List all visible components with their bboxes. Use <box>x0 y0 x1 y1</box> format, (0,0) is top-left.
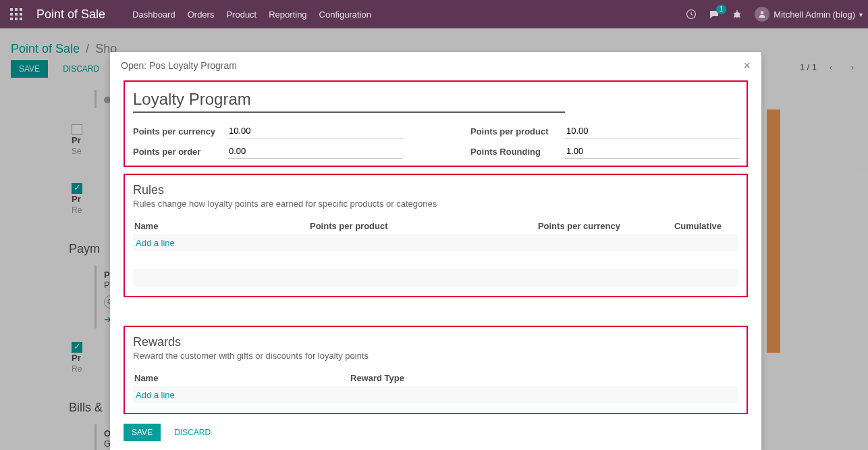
svg-rect-7 <box>15 18 18 20</box>
svg-rect-0 <box>10 8 13 11</box>
rewards-title: Rewards <box>133 335 738 349</box>
svg-rect-4 <box>15 13 18 16</box>
rewards-desc: Reward the customer with gifts or discou… <box>133 351 738 361</box>
dialog: Open: Pos Loyalty Program × Points per c… <box>110 52 761 450</box>
ppo-input[interactable] <box>227 144 403 159</box>
ppp-label: Points per product <box>470 126 565 136</box>
rules-th-name: Name <box>134 221 310 231</box>
rules-title: Rules <box>133 183 738 197</box>
rules-th-cumulative: Cumulative <box>620 221 722 231</box>
svg-rect-8 <box>20 18 22 20</box>
dialog-save-button[interactable]: SAVE <box>124 424 161 441</box>
program-name-input[interactable] <box>133 87 565 113</box>
nav-reporting[interactable]: Reporting <box>269 9 306 20</box>
rewards-th-type: Reward Type <box>350 373 728 383</box>
rules-section: Rules Rules change how loyalty points ar… <box>124 174 748 297</box>
svg-point-10 <box>734 12 740 18</box>
close-icon[interactable]: × <box>743 61 751 70</box>
pr-input[interactable] <box>565 144 740 159</box>
nav-configuration[interactable]: Configuration <box>319 9 371 20</box>
dialog-title: Open: Pos Loyalty Program <box>121 60 237 71</box>
rewards-table: Name Reward Type Add a line <box>133 370 738 403</box>
topbar: Point of Sale Dashboard Orders Product R… <box>0 0 868 28</box>
rewards-th-name: Name <box>134 373 350 383</box>
dialog-discard-button[interactable]: DISCARD <box>166 424 219 441</box>
nav-dashboard[interactable]: Dashboard <box>132 9 175 20</box>
app-title[interactable]: Point of Sale <box>36 7 105 22</box>
pr-label: Points Rounding <box>470 147 565 157</box>
svg-rect-1 <box>15 8 18 11</box>
nav-links: Dashboard Orders Product Reporting Confi… <box>132 9 371 20</box>
svg-rect-3 <box>10 13 13 16</box>
apps-icon[interactable] <box>5 3 27 25</box>
user-label: Mitchell Admin (blog) <box>774 9 855 20</box>
ppc-input[interactable] <box>227 124 403 139</box>
nav-product[interactable]: Product <box>226 9 256 20</box>
rules-table: Name Points per product Points per curre… <box>133 218 738 286</box>
svg-rect-6 <box>10 18 13 20</box>
user-menu[interactable]: Mitchell Admin (blog) ▾ <box>755 7 863 22</box>
messages-icon[interactable]: 1 <box>709 9 720 20</box>
avatar <box>755 7 769 22</box>
loyalty-header-section: Points per currency Points per product P… <box>124 80 748 167</box>
nav-orders[interactable]: Orders <box>188 9 215 20</box>
ppc-label: Points per currency <box>133 126 227 136</box>
rules-th-ppp: Points per product <box>310 221 492 231</box>
rules-th-ppc: Points per currency <box>492 221 620 231</box>
rewards-add-line[interactable]: Add a line <box>134 390 350 400</box>
messages-count: 1 <box>716 5 727 14</box>
svg-point-11 <box>761 11 764 15</box>
rules-desc: Rules change how loyalty points are earn… <box>133 199 738 209</box>
modal-overlay[interactable]: Open: Pos Loyalty Program × Points per c… <box>0 28 868 450</box>
caret-down-icon: ▾ <box>859 11 863 18</box>
ppp-input[interactable] <box>565 124 740 139</box>
rewards-section: Rewards Reward the customer with gifts o… <box>124 326 748 414</box>
top-right-controls: 1 Mitchell Admin (blog) ▾ <box>686 7 863 22</box>
svg-rect-5 <box>20 13 22 16</box>
ppo-label: Points per order <box>133 147 227 157</box>
svg-rect-2 <box>20 8 22 11</box>
rules-add-line[interactable]: Add a line <box>134 238 310 248</box>
clock-icon[interactable] <box>686 9 697 20</box>
bug-icon[interactable] <box>732 9 742 20</box>
